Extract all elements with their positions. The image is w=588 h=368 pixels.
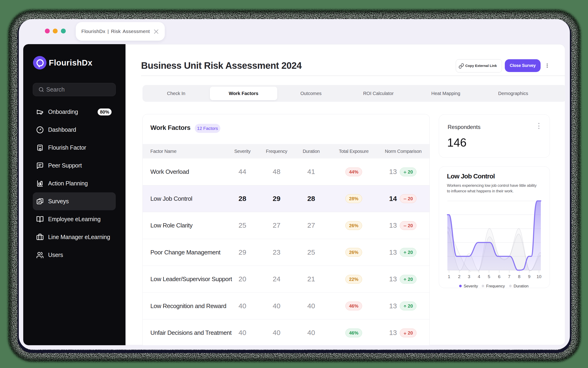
svg-text:3: 3 — [468, 274, 470, 279]
svg-text:1: 1 — [448, 274, 450, 279]
svg-text:5: 5 — [488, 274, 490, 279]
svg-text:Severity: Severity — [464, 284, 478, 288]
svg-text:4: 4 — [478, 274, 480, 279]
svg-text:6: 6 — [498, 274, 501, 279]
svg-text:2: 2 — [458, 274, 461, 279]
svg-text:9: 9 — [528, 274, 531, 279]
svg-text:Frequency: Frequency — [486, 284, 505, 288]
svg-text:10: 10 — [536, 274, 541, 279]
svg-text:Duration: Duration — [514, 284, 529, 288]
svg-text:7: 7 — [508, 274, 511, 279]
svg-text:8: 8 — [518, 274, 521, 279]
